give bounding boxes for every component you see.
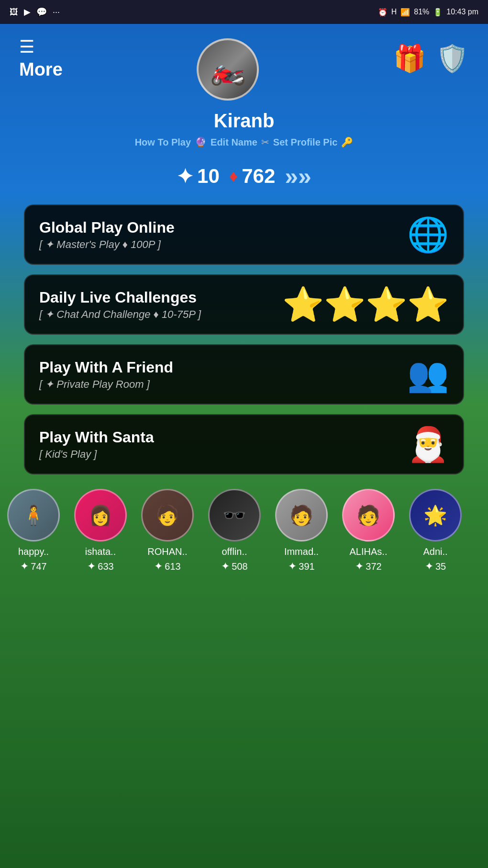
list-item[interactable]: 🌟 Adni.. ✦35 bbox=[402, 489, 469, 573]
main-background: ☰ More 🏍️ 🎁 🛡️ Kiranb How To Play 🔮 Edit… bbox=[0, 24, 488, 868]
lb-name: ALIHAs.. bbox=[350, 546, 388, 557]
lb-score: ✦35 bbox=[425, 560, 446, 573]
avatar: 🧑 bbox=[275, 489, 328, 541]
lb-name: offlin.. bbox=[222, 546, 247, 557]
lb-name: Immad.. bbox=[284, 546, 319, 557]
signal-icon: 📶 bbox=[400, 8, 410, 17]
gallery-icon: 🖼 bbox=[10, 7, 18, 17]
status-bar: 🖼 ▶ 💬 ··· ⏰ H 📶 81% 🔋 10:43 pm bbox=[0, 0, 488, 24]
diamond-count: ♦ 762 bbox=[229, 165, 275, 188]
daily-live-sub: [ ✦ Chat And Challenge ♦ 10-75P ] bbox=[39, 308, 201, 321]
lb-score: ✦391 bbox=[288, 560, 314, 573]
star-count: ✦ 10 bbox=[177, 165, 220, 188]
avatar[interactable]: 🏍️ bbox=[197, 38, 259, 101]
play-friend-title: Play With A Friend bbox=[39, 359, 173, 376]
profile-section: Kiranb How To Play 🔮 Edit Name ✂ Set Pro… bbox=[0, 101, 488, 153]
profile-links: How To Play 🔮 Edit Name ✂ Set Profile Pi… bbox=[0, 136, 488, 148]
youtube-icon: ▶ bbox=[24, 7, 31, 17]
star-icon: ✦ bbox=[177, 165, 193, 188]
menu-buttons: Global Play Online [ ✦ Master's Play ♦ 1… bbox=[0, 204, 488, 474]
avatar: 🕶️ bbox=[208, 489, 261, 541]
lb-name: ROHAN.. bbox=[147, 546, 187, 557]
play-friend-text: Play With A Friend [ ✦ Private Play Room… bbox=[39, 359, 173, 391]
avatar: 👩 bbox=[74, 489, 127, 541]
play-friend-button[interactable]: Play With A Friend [ ✦ Private Play Room… bbox=[24, 344, 464, 405]
leaderboard: 🧍 happy.. ✦747 👩 ishata.. ✦633 🧑 ROHAN..… bbox=[0, 474, 488, 573]
alarm-icon: ⏰ bbox=[378, 8, 388, 17]
global-play-button[interactable]: Global Play Online [ ✦ Master's Play ♦ 1… bbox=[24, 204, 464, 265]
lb-score: ✦633 bbox=[87, 560, 113, 573]
header-center: 🏍️ bbox=[197, 38, 259, 101]
avatar: 🌟 bbox=[409, 489, 462, 541]
header-left[interactable]: ☰ More bbox=[19, 38, 63, 80]
edit-name-link[interactable]: Edit Name bbox=[211, 137, 257, 148]
battery-icon: 🔋 bbox=[433, 8, 443, 17]
how-to-play-link[interactable]: How To Play bbox=[135, 137, 191, 148]
daily-live-text: Daily Live Challenges [ ✦ Chat And Chall… bbox=[39, 289, 201, 321]
daily-live-icon: ⭐⭐⭐⭐ bbox=[282, 285, 449, 324]
daily-live-title: Daily Live Challenges bbox=[39, 289, 197, 306]
list-item[interactable]: 🧑 ROHAN.. ✦613 bbox=[134, 489, 201, 573]
battery-percent: 81% bbox=[414, 8, 429, 16]
clock: 10:43 pm bbox=[446, 8, 478, 16]
shield-icon[interactable]: 🛡️ bbox=[436, 43, 469, 74]
star-value: 10 bbox=[197, 165, 220, 188]
play-santa-icon: 🎅 bbox=[407, 425, 449, 464]
list-item[interactable]: 🕶️ offlin.. ✦508 bbox=[201, 489, 268, 573]
diamond-value: 762 bbox=[242, 165, 275, 188]
play-santa-sub: [ Kid's Play ] bbox=[39, 448, 97, 461]
lb-name: happy.. bbox=[18, 546, 49, 557]
circle-icon: 🔮 bbox=[195, 136, 207, 148]
lb-score: ✦372 bbox=[355, 560, 381, 573]
avatar: 🧑 bbox=[141, 489, 194, 541]
global-play-sub: [ ✦ Master's Play ♦ 100P ] bbox=[39, 238, 161, 251]
diamond-icon: ♦ bbox=[229, 166, 238, 186]
header-row: ☰ More 🏍️ 🎁 🛡️ bbox=[0, 24, 488, 101]
whatsapp-icon: 💬 bbox=[36, 7, 47, 17]
avatar-emoji: 🏍️ bbox=[210, 53, 246, 87]
lb-score: ✦508 bbox=[221, 560, 247, 573]
lb-score: ✦613 bbox=[154, 560, 180, 573]
lb-name: ishata.. bbox=[85, 546, 116, 557]
lb-name: Adni.. bbox=[423, 546, 447, 557]
global-play-icon: 🌐 bbox=[407, 215, 449, 254]
global-play-text: Global Play Online [ ✦ Master's Play ♦ 1… bbox=[39, 219, 175, 251]
set-profile-pic-link[interactable]: Set Profile Pic bbox=[273, 137, 338, 148]
avatar: 🧍 bbox=[7, 489, 60, 541]
network-icon: H bbox=[391, 8, 397, 16]
more-label[interactable]: More bbox=[19, 59, 63, 80]
key-icon: 🔑 bbox=[341, 136, 353, 148]
play-friend-sub: [ ✦ Private Play Room ] bbox=[39, 378, 150, 391]
play-santa-text: Play With Santa [ Kid's Play ] bbox=[39, 428, 154, 461]
arrows-icon[interactable]: »» bbox=[285, 162, 311, 190]
daily-live-button[interactable]: Daily Live Challenges [ ✦ Chat And Chall… bbox=[24, 274, 464, 335]
play-santa-title: Play With Santa bbox=[39, 428, 154, 446]
header-right: 🎁 🛡️ bbox=[393, 38, 469, 74]
list-item[interactable]: 🧑 ALIHAs.. ✦372 bbox=[335, 489, 402, 573]
scissors-icon: ✂ bbox=[261, 136, 269, 148]
list-item[interactable]: 👩 ishata.. ✦633 bbox=[67, 489, 134, 573]
stats-row: ✦ 10 ♦ 762 »» bbox=[0, 153, 488, 204]
global-play-title: Global Play Online bbox=[39, 219, 175, 237]
list-item[interactable]: 🧍 happy.. ✦747 bbox=[0, 489, 67, 573]
lb-score: ✦747 bbox=[20, 560, 46, 573]
menu-icon[interactable]: ☰ bbox=[19, 38, 34, 56]
play-friend-icon: 👥 bbox=[407, 355, 449, 394]
status-right-info: ⏰ H 📶 81% 🔋 10:43 pm bbox=[378, 8, 478, 17]
gift-icon[interactable]: 🎁 bbox=[393, 43, 426, 74]
list-item[interactable]: 🧑 Immad.. ✦391 bbox=[268, 489, 335, 573]
status-left-icons: 🖼 ▶ 💬 ··· bbox=[10, 7, 60, 17]
avatar: 🧑 bbox=[342, 489, 395, 541]
more-icons: ··· bbox=[53, 7, 60, 17]
username: Kiranb bbox=[0, 110, 488, 132]
play-santa-button[interactable]: Play With Santa [ Kid's Play ] 🎅 bbox=[24, 414, 464, 474]
